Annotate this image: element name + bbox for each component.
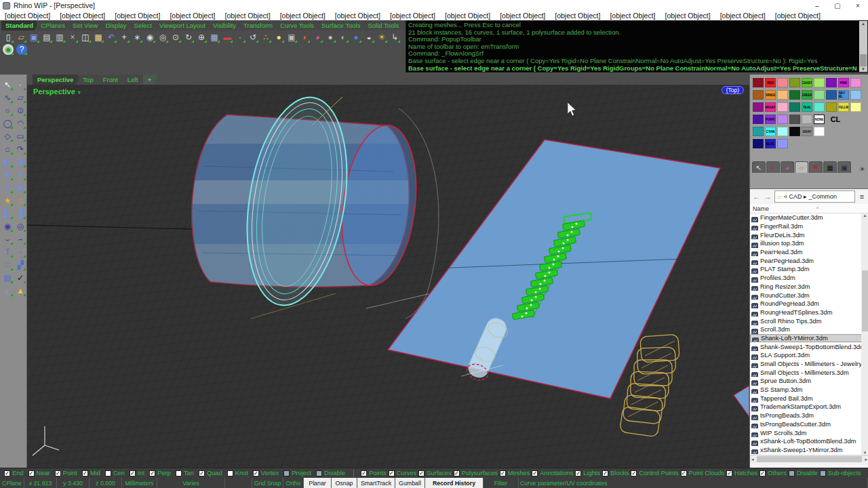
scroll-down-icon[interactable]: ▼ bbox=[863, 451, 867, 455]
toolbar-tab[interactable]: Standard bbox=[1, 20, 39, 30]
color-swatch[interactable]: CL bbox=[826, 115, 845, 124]
file-list-item[interactable]: xShank-Loft-TopBottomBlend.3dm bbox=[750, 437, 868, 446]
checker-tab[interactable]: ▦ bbox=[823, 161, 837, 173]
menu-item[interactable]: [object Object] bbox=[605, 12, 660, 20]
polysurface-icon[interactable]: ◆ bbox=[15, 182, 26, 193]
menu-item[interactable]: [object Object] bbox=[275, 12, 330, 20]
pan-button[interactable]: + bbox=[119, 32, 130, 43]
status-cell[interactable]: SmartTrack bbox=[357, 478, 395, 488]
arc-icon[interactable]: ◠ bbox=[15, 118, 26, 129]
light-icon[interactable]: ▲ bbox=[15, 285, 26, 296]
menu-item[interactable]: [object Object] bbox=[440, 12, 495, 20]
print-button[interactable]: ▤ bbox=[41, 32, 52, 43]
checkbox[interactable]: ✓ bbox=[418, 470, 425, 476]
status-cell[interactable]: Curve parameter/UV coordinates bbox=[519, 478, 868, 488]
color-swatch[interactable]: CHART bbox=[802, 78, 812, 87]
color-swatch[interactable]: YELLW bbox=[838, 102, 849, 112]
osnap-toggle[interactable]: ✓ Point bbox=[55, 470, 77, 476]
osnap-toggle[interactable]: ✓ Int bbox=[130, 470, 144, 476]
checkbox[interactable]: ✓ bbox=[532, 470, 538, 476]
paste-button[interactable]: ▦ bbox=[93, 32, 104, 43]
panel-gear-icon[interactable]: ☀ bbox=[859, 165, 865, 173]
checkbox[interactable]: ✓ bbox=[602, 470, 608, 476]
scroll-left-icon[interactable]: ◂ bbox=[750, 457, 755, 462]
breadcrumb-prefix[interactable]: « CAD ▸ bbox=[784, 193, 807, 200]
file-list-item[interactable]: PLAT Stamp.3dm bbox=[750, 265, 868, 274]
restore-button[interactable]: ▢ bbox=[827, 1, 848, 11]
color-swatch[interactable] bbox=[814, 78, 825, 87]
menu-item[interactable]: [object Object] bbox=[330, 12, 385, 20]
rhino-tab[interactable]: ◗ bbox=[766, 161, 780, 173]
file-list-item[interactable]: tsProngBeadsCutter.3dm bbox=[750, 420, 868, 429]
toolbar-tab[interactable]: CPlanes bbox=[37, 20, 71, 30]
flag-tab[interactable]: ⚑ bbox=[809, 161, 823, 173]
viewport-tab[interactable]: + bbox=[143, 75, 159, 85]
help-button[interactable]: ? bbox=[16, 44, 27, 55]
circle-icon[interactable]: ○ bbox=[2, 105, 13, 116]
checkbox[interactable]: ✓ bbox=[760, 470, 766, 476]
checkbox[interactable]: ✓ bbox=[149, 470, 155, 476]
breadcrumb[interactable]: ▱ « CAD ▸ _Common bbox=[774, 190, 855, 203]
color-swatch[interactable] bbox=[814, 127, 825, 136]
hamburger-menu-icon[interactable]: ≡ bbox=[856, 192, 867, 201]
file-list-item[interactable]: RoundPegHead.3dm bbox=[750, 300, 868, 308]
color-swatch[interactable] bbox=[777, 78, 788, 87]
color-swatch[interactable] bbox=[753, 115, 764, 124]
color-swatch[interactable]: SKY BL bbox=[838, 90, 849, 100]
file-list-item[interactable]: xShank-Sweep1-YMirror.3dm bbox=[750, 446, 868, 455]
menu-item[interactable]: [object Object] bbox=[770, 12, 825, 20]
toolbar-tab[interactable]: Visibility bbox=[209, 20, 242, 30]
checkbox[interactable] bbox=[820, 470, 826, 476]
toolbar-tab[interactable]: Set View bbox=[68, 20, 104, 30]
file-list-item[interactable]: Small Objects - Millimeters - Jewelry 20… bbox=[750, 360, 868, 369]
checkbox[interactable]: ✓ bbox=[4, 470, 10, 476]
array-icon[interactable]: ∷ bbox=[2, 260, 13, 270]
ghosted-display-button[interactable]: ◐ bbox=[338, 32, 349, 43]
color-swatch[interactable] bbox=[777, 102, 788, 112]
surface-corner-icon[interactable]: ◨ bbox=[15, 157, 26, 167]
toolbar-tab[interactable]: Solid Tools bbox=[363, 20, 405, 30]
color-swatch[interactable] bbox=[850, 90, 861, 100]
color-swatch[interactable]: PURPL bbox=[765, 115, 776, 124]
web-browser-button[interactable]: ◉ bbox=[3, 44, 14, 55]
checkbox[interactable]: ✓ bbox=[631, 470, 637, 476]
color-swatch[interactable] bbox=[753, 127, 764, 136]
control-point-curve-icon[interactable]: ▱ bbox=[15, 92, 26, 103]
status-cell[interactable]: x 21.923 bbox=[24, 478, 57, 488]
status-cell[interactable]: Ortho bbox=[283, 478, 304, 488]
explode-block-icon[interactable]: ☆ bbox=[15, 195, 26, 206]
checkbox[interactable]: ✓ bbox=[253, 470, 259, 476]
properties-button[interactable]: ▥ bbox=[54, 32, 65, 43]
helix-icon[interactable]: ↷ bbox=[15, 144, 26, 155]
polyline-icon[interactable]: ◇ bbox=[2, 131, 13, 142]
file-list-item[interactable]: WIP Scrolls.3dm bbox=[750, 428, 868, 437]
toolbar-tab[interactable]: Curve Tools bbox=[276, 20, 320, 30]
file-list-item[interactable]: SS Stamp.3dm bbox=[750, 386, 868, 394]
color-swatch[interactable] bbox=[753, 90, 764, 100]
command-history-panel[interactable]: Creating meshes... Press Esc to cancel 2… bbox=[406, 20, 868, 73]
selection-filter-toggle[interactable]: ✓ Others bbox=[760, 470, 787, 476]
selection-filter-toggle[interactable]: ✓ Point Clouds bbox=[681, 470, 725, 476]
menu-item[interactable]: [object Object] bbox=[110, 12, 165, 20]
selection-filter-toggle[interactable]: ✓ Annotations bbox=[532, 470, 573, 476]
file-list-item[interactable]: Scroll.3dm bbox=[750, 325, 868, 334]
checkbox[interactable] bbox=[283, 470, 290, 476]
point-display-button[interactable]: ∙ bbox=[235, 32, 245, 43]
checkbox[interactable]: ✓ bbox=[454, 470, 460, 476]
file-list-item[interactable]: Shank-Loft-YMirror.3dm bbox=[750, 334, 868, 343]
text-icon[interactable]: T bbox=[2, 247, 13, 258]
osnap-toggle[interactable]: ✓ Mid bbox=[82, 470, 100, 476]
save-button[interactable]: ▣ bbox=[28, 32, 39, 43]
split-icon[interactable]: ▐ bbox=[15, 208, 26, 219]
osnap-toggle[interactable]: Disable bbox=[316, 470, 345, 476]
viewport-tab[interactable]: Perspective bbox=[33, 75, 80, 85]
checkbox[interactable] bbox=[227, 470, 233, 476]
selection-filter-toggle[interactable]: ✓ Blocks bbox=[602, 470, 629, 476]
checkbox[interactable]: ✓ bbox=[726, 470, 732, 476]
move-button[interactable]: ∗ bbox=[132, 32, 142, 43]
pointer-tab[interactable]: ↖ bbox=[752, 161, 766, 173]
osnap-toggle[interactable]: ✓ Near bbox=[28, 470, 50, 476]
checkbox[interactable] bbox=[176, 470, 182, 476]
viewport-tab[interactable]: Front bbox=[98, 75, 125, 85]
status-cell[interactable]: Record History bbox=[425, 478, 484, 488]
